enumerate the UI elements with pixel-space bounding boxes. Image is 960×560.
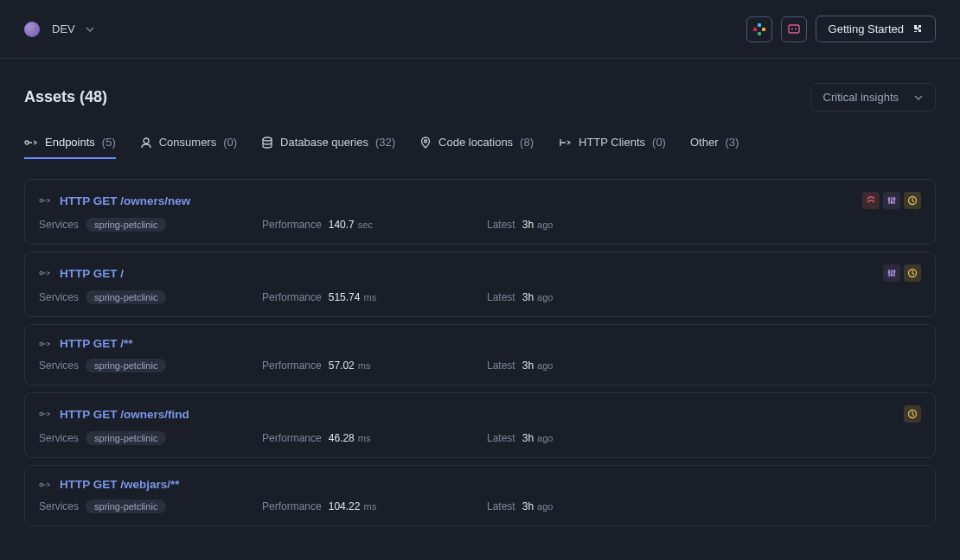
tab-label: Consumers xyxy=(159,136,216,149)
assets-list: HTTP GET /owners/newServicesspring-petcl… xyxy=(24,179,936,526)
services-label: Services xyxy=(39,219,79,231)
svg-rect-0 xyxy=(753,28,757,31)
slack-button[interactable] xyxy=(746,16,772,42)
svg-point-13 xyxy=(891,201,893,204)
insight-badge-yellow[interactable] xyxy=(904,264,921,282)
svg-point-8 xyxy=(144,138,149,143)
asset-name: HTTP GET /** xyxy=(60,337,133,350)
tab-count: (5) xyxy=(102,136,116,149)
http-client-icon xyxy=(558,137,572,149)
services-label: Services xyxy=(39,432,79,444)
insight-badge-purple[interactable] xyxy=(883,264,900,282)
tab-consumers[interactable]: Consumers (0) xyxy=(140,136,237,159)
endpoint-icon xyxy=(39,409,51,419)
puzzle-icon xyxy=(911,23,923,35)
endpoint-icon xyxy=(39,339,51,349)
dropdown-label: Critical insights xyxy=(823,91,899,104)
insights-dropdown[interactable]: Critical insights xyxy=(810,83,936,111)
services-group: Servicesspring-petclinic xyxy=(39,500,227,513)
latest-value: 3h ago xyxy=(522,219,554,231)
svg-point-22 xyxy=(40,412,42,415)
svg-point-9 xyxy=(263,137,272,141)
performance-value: 140.7 sec xyxy=(329,219,373,231)
performance-value: 515.74 ms xyxy=(329,291,376,303)
services-group: Servicesspring-petclinic xyxy=(39,290,227,304)
slack-icon xyxy=(753,23,765,35)
tab-count: (0) xyxy=(652,136,666,149)
svg-point-21 xyxy=(40,342,42,345)
service-tag: spring-petclinic xyxy=(86,290,166,304)
insight-badge-yellow[interactable] xyxy=(904,405,921,423)
svg-point-12 xyxy=(888,199,891,201)
latest-label: Latest xyxy=(487,360,515,372)
asset-name-wrap: HTTP GET /webjars/** xyxy=(39,478,180,491)
asset-badges xyxy=(904,405,921,423)
env-selector[interactable]: DEV xyxy=(52,22,94,35)
asset-card[interactable]: HTTP GET /webjars/**Servicesspring-petcl… xyxy=(24,465,936,526)
svg-point-16 xyxy=(40,271,42,274)
page-title: Assets (48) xyxy=(24,88,107,106)
svg-rect-1 xyxy=(758,23,761,27)
tab-endpoints[interactable]: Endpoints (5) xyxy=(24,136,116,159)
asset-card[interactable]: HTTP GET /**Servicesspring-petclinicPerf… xyxy=(24,324,936,385)
performance-label: Performance xyxy=(262,360,322,372)
performance-value: 46.28 ms xyxy=(329,432,371,444)
insight-badge-red[interactable] xyxy=(862,192,880,209)
insight-badge-yellow[interactable] xyxy=(904,192,921,209)
title-row: Assets (48) Critical insights xyxy=(24,83,936,111)
svg-point-6 xyxy=(795,28,797,29)
performance-group: Performance46.28 ms xyxy=(262,432,452,444)
svg-point-19 xyxy=(893,270,896,273)
service-tag: spring-petclinic xyxy=(86,359,166,372)
chat-icon xyxy=(788,23,800,35)
asset-meta: Servicesspring-petclinicPerformance140.7… xyxy=(39,218,921,232)
services-label: Services xyxy=(39,291,79,303)
chat-button[interactable] xyxy=(781,16,807,42)
tab-label: Other xyxy=(690,136,719,149)
latest-group: Latest3h ago xyxy=(487,500,921,512)
services-group: Servicesspring-petclinic xyxy=(39,431,227,445)
latest-label: Latest xyxy=(487,432,515,444)
latest-value: 3h ago xyxy=(522,432,554,444)
performance-label: Performance xyxy=(262,291,322,303)
header-left: DEV xyxy=(24,22,94,37)
tab-code-locations[interactable]: Code locations (8) xyxy=(419,136,534,159)
svg-point-14 xyxy=(893,198,896,200)
chevron-down-icon xyxy=(86,27,94,32)
asset-header: HTTP GET /owners/find xyxy=(39,405,921,423)
tab-label: Endpoints xyxy=(45,136,95,149)
tab-count: (32) xyxy=(375,136,395,149)
performance-group: Performance104.22 ms xyxy=(262,500,452,512)
asset-meta: Servicesspring-petclinicPerformance104.2… xyxy=(39,500,921,513)
asset-meta: Servicesspring-petclinicPerformance57.02… xyxy=(39,359,921,372)
database-icon xyxy=(261,137,273,149)
asset-card[interactable]: HTTP GET /owners/newServicesspring-petcl… xyxy=(24,179,936,245)
endpoint-icon xyxy=(39,195,51,206)
svg-point-18 xyxy=(891,274,893,277)
asset-card[interactable]: HTTP GET /owners/findServicesspring-petc… xyxy=(24,392,936,458)
app-logo xyxy=(24,22,40,37)
asset-header: HTTP GET /** xyxy=(39,337,921,350)
latest-group: Latest3h ago xyxy=(487,360,921,372)
tab-http-clients[interactable]: HTTP Clients (0) xyxy=(558,136,666,159)
asset-name: HTTP GET / xyxy=(60,267,124,280)
insight-badge-purple[interactable] xyxy=(883,192,900,209)
getting-started-button[interactable]: Getting Started xyxy=(816,16,936,42)
asset-meta: Servicesspring-petclinicPerformance515.7… xyxy=(39,290,921,304)
tab-count: (3) xyxy=(725,136,739,149)
tab-database-queries[interactable]: Database queries (32) xyxy=(261,136,395,159)
asset-header: HTTP GET /owners/new xyxy=(39,192,921,209)
asset-header: HTTP GET / xyxy=(39,264,921,282)
tab-count: (0) xyxy=(223,136,237,149)
performance-group: Performance515.74 ms xyxy=(262,291,452,303)
asset-header: HTTP GET /webjars/** xyxy=(39,478,921,491)
performance-label: Performance xyxy=(262,219,322,231)
main-content: Assets (48) Critical insights Endpoints … xyxy=(0,59,960,557)
svg-point-24 xyxy=(40,483,42,486)
latest-group: Latest3h ago xyxy=(487,432,921,444)
latest-label: Latest xyxy=(487,500,515,512)
services-group: Servicesspring-petclinic xyxy=(39,218,227,232)
latest-value: 3h ago xyxy=(522,360,554,372)
tab-other[interactable]: Other (3) xyxy=(690,136,739,159)
asset-card[interactable]: HTTP GET /Servicesspring-petclinicPerfor… xyxy=(24,251,936,317)
